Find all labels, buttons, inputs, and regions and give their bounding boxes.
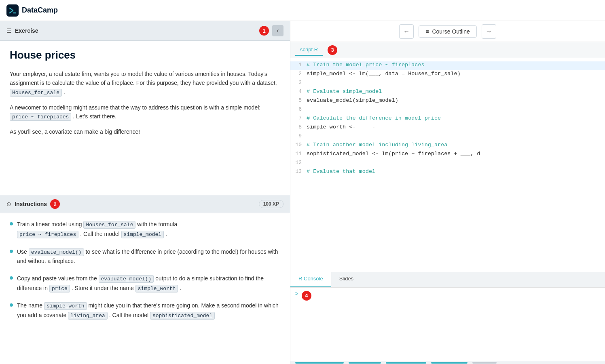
code-line-2: 2 simple_model <- lm(___, data = Houses_…: [290, 70, 605, 79]
code-line-12: 12: [290, 159, 605, 168]
line-content-4: # Evaluate simple_model: [307, 88, 605, 95]
left-panel: ☰ Exercise 1 ‹ House prices Your employe…: [0, 21, 290, 364]
code-line-13: 13 # Evaluate that model: [290, 168, 605, 177]
instruction-text-2: Use evaluate_model() to see what is the …: [17, 247, 280, 266]
datacamp-logo-icon: [6, 4, 19, 17]
exercise-paragraph-1: Your employer, a real estate firm, wants…: [10, 69, 280, 97]
top-navigation: DataCamp: [0, 0, 605, 21]
console-tab-slides[interactable]: Slides: [331, 272, 362, 287]
exercise-header-title: Exercise: [15, 27, 38, 34]
line-content-13: # Evaluate that model: [307, 168, 605, 175]
console-step-badge: 4: [302, 291, 311, 301]
code-line-9: 9: [290, 133, 605, 141]
line-num-11: 11: [290, 150, 307, 157]
line-content-2: simple_model <- lm(___, data = Houses_fo…: [307, 70, 605, 77]
scrollbar-4: [431, 362, 468, 364]
code-line-7: 7 # Calculate the difference in model pr…: [290, 115, 605, 124]
code-line-4: 4 # Evaluate simple_model: [290, 88, 605, 97]
instructions-step-badge: 2: [50, 199, 60, 209]
line-num-7: 7: [290, 115, 307, 121]
line-num-5: 5: [290, 97, 307, 103]
evaluate-code-2: evaluate_model(): [99, 275, 154, 283]
sophisticated-model-code-1: sophisticated_model: [150, 312, 215, 320]
nav-forward-button[interactable]: →: [482, 24, 496, 39]
line-num-3: 3: [290, 79, 307, 86]
price-formula-code-1: price ~ fireplaces: [17, 231, 78, 238]
line-num-4: 4: [290, 88, 307, 95]
simple-model-code-1: simple_model: [121, 231, 164, 238]
line-num-9: 9: [290, 133, 307, 139]
right-toolbar: ← ≡ Course Outline →: [290, 21, 605, 42]
code-line-5: 5 evaluate_model(simple_model): [290, 97, 605, 106]
console-body[interactable]: > 4: [290, 288, 605, 361]
console-area: R Console Slides > 4: [290, 272, 605, 361]
line-num-6: 6: [290, 106, 307, 112]
instruction-text-4: The name simple_worth might clue you in …: [17, 301, 280, 320]
houses-code-1: Houses_for_sale: [83, 221, 135, 229]
clock-icon: ⊙: [6, 201, 11, 207]
line-num-1: 1: [290, 61, 307, 68]
line-content-10: # Train another model including living_a…: [307, 141, 605, 148]
instructions-content: Train a linear model using Houses_for_sa…: [0, 213, 290, 364]
console-tabs: R Console Slides: [290, 272, 605, 288]
scrollbar-2: [349, 362, 381, 364]
line-num-2: 2: [290, 70, 307, 77]
scrollbar-5: [472, 362, 497, 364]
line-num-10: 10: [290, 141, 307, 148]
line-content-12: [307, 159, 605, 160]
dataset-code-1: Houses_for_sale: [10, 89, 62, 97]
simple-worth-code-1: simple_worth: [135, 285, 178, 292]
line-content-6: [307, 106, 605, 106]
logo-area: DataCamp: [6, 4, 58, 17]
bottom-scrollbars: [290, 361, 605, 364]
line-content-5: evaluate_model(simple_model): [307, 97, 605, 103]
code-line-6: 6: [290, 106, 605, 115]
course-outline-label: Course Outline: [432, 28, 470, 35]
exercise-content: House prices Your employer, a real estat…: [0, 41, 290, 195]
course-outline-button[interactable]: ≡ Course Outline: [419, 25, 477, 38]
hamburger-icon: ≡: [425, 28, 429, 35]
instruction-item-4: The name simple_worth might clue you in …: [10, 301, 280, 320]
scrollbar-3: [386, 362, 426, 364]
line-content-9: [307, 133, 605, 133]
exercise-icon: ☰: [6, 27, 12, 34]
exercise-header-left: ☰ Exercise: [6, 27, 256, 34]
instructions-title: Instructions: [15, 201, 47, 207]
line-content-1: # Train the model price ~ fireplaces: [307, 61, 605, 68]
exercise-paragraph-2: A newcomer to modeling might assume that…: [10, 103, 280, 122]
script-tab-bar: script.R 3: [290, 42, 605, 58]
nav-back-button[interactable]: ←: [399, 24, 414, 39]
console-tab-r[interactable]: R Console: [290, 272, 331, 287]
simple-worth-code-2: simple_worth: [44, 302, 87, 310]
editor-step-badge: 3: [328, 45, 337, 55]
code-line-1: 1 # Train the model price ~ fireplaces: [290, 61, 605, 70]
xp-badge: 100 XP: [259, 200, 283, 208]
line-content-3: [307, 79, 605, 80]
line-content-7: # Calculate the difference in model pric…: [307, 115, 605, 121]
line-content-8: simple_worth <- ___ - ___: [307, 124, 605, 130]
console-prompt: >: [295, 291, 298, 297]
code-line-10: 10 # Train another model including livin…: [290, 141, 605, 150]
exercise-step-badge: 1: [259, 26, 269, 36]
instructions-header: ⊙ Instructions 2 100 XP: [0, 195, 290, 213]
scrollbar-1: [295, 362, 344, 364]
collapse-button[interactable]: ‹: [272, 25, 283, 36]
line-content-11: sophisticated_model <- lm(price ~ firepl…: [307, 150, 605, 157]
code-line-8: 8 simple_worth <- ___ - ___: [290, 124, 605, 133]
line-num-8: 8: [290, 124, 307, 130]
line-num-13: 13: [290, 168, 307, 175]
bullet-4: [10, 303, 13, 307]
instruction-item-1: Train a linear model using Houses_for_sa…: [10, 220, 280, 239]
script-tab[interactable]: script.R: [295, 44, 323, 56]
bullet-2: [10, 250, 13, 253]
main-layout: ☰ Exercise 1 ‹ House prices Your employe…: [0, 21, 605, 364]
right-panel: ← ≡ Course Outline → script.R 3 1 # Trai…: [290, 21, 605, 364]
formula-code-1: price ~ fireplaces: [10, 113, 71, 121]
code-line-11: 11 sophisticated_model <- lm(price ~ fir…: [290, 150, 605, 159]
exercise-paragraph-3: As you'll see, a covariate can make a bi…: [10, 127, 280, 136]
code-editor[interactable]: 1 # Train the model price ~ fireplaces 2…: [290, 58, 605, 272]
living-area-code-1: living_area: [68, 312, 108, 320]
code-line-3: 3: [290, 79, 605, 88]
price-code-1: price: [49, 285, 70, 292]
instructions-header-left: ⊙ Instructions 2: [6, 199, 256, 209]
